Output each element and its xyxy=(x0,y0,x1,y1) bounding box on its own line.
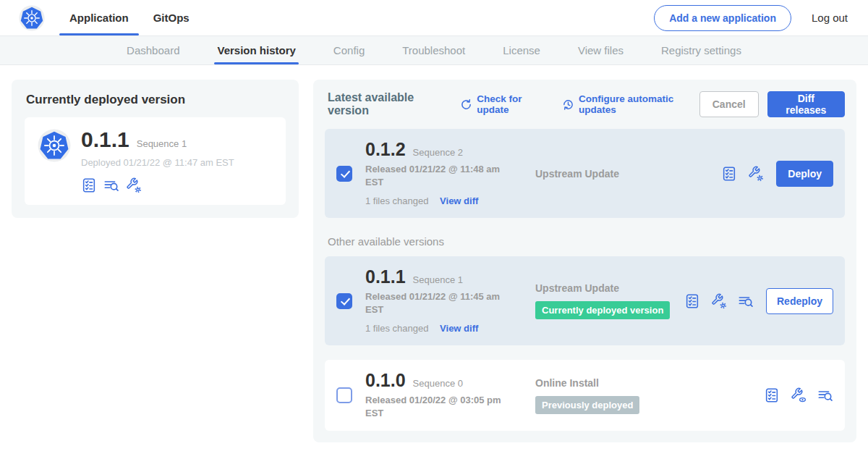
version-sequence: Sequence 0 xyxy=(413,378,463,389)
latest-available-title: Latest available version xyxy=(328,91,446,117)
preflight-checks-icon[interactable] xyxy=(81,177,97,193)
released-timestamp: Released 01/21/22 @ 11:45 am EST xyxy=(365,290,514,316)
subnav-tab-registry-settings[interactable]: Registry settings xyxy=(661,36,741,64)
view-logs-icon[interactable] xyxy=(817,387,833,403)
configure-automatic-updates-link[interactable]: Configure automatic updates xyxy=(562,93,699,115)
subnav-tab-troubleshoot[interactable]: Troubleshoot xyxy=(402,36,465,64)
deployed-panel-title: Currently deployed version xyxy=(26,93,286,107)
version-row-0-1-0: 0.1.0 Sequence 0 Released 01/20/22 @ 03:… xyxy=(325,360,845,431)
version-source: Upstream Update xyxy=(535,282,684,294)
refresh-icon xyxy=(460,98,472,111)
redeploy-button[interactable]: Redeploy xyxy=(766,288,833,314)
edit-config-icon[interactable] xyxy=(711,293,727,309)
version-row-0-1-2: 0.1.2 Sequence 2 Released 01/21/22 @ 11:… xyxy=(325,129,845,218)
version-number: 0.1.0 xyxy=(365,371,406,389)
deployed-version-number: 0.1.1 xyxy=(81,129,129,151)
main-content: Currently deployed version 0.1.1 Sequenc… xyxy=(0,65,868,457)
version-sequence: Sequence 2 xyxy=(413,147,463,158)
currently-deployed-panel: Currently deployed version 0.1.1 Sequenc… xyxy=(12,80,299,218)
preflight-checks-icon[interactable] xyxy=(764,387,780,403)
available-panel-header: Latest available version Check for updat… xyxy=(325,91,845,117)
edit-config-icon[interactable] xyxy=(748,166,764,182)
version-number: 0.1.1 xyxy=(365,268,406,286)
released-timestamp: Released 01/21/22 @ 11:48 am EST xyxy=(365,163,514,188)
diff-releases-button[interactable]: Diff releases xyxy=(767,91,845,117)
deployed-timestamp: Deployed 01/21/22 @ 11:47 am EST xyxy=(81,157,234,168)
version-number: 0.1.2 xyxy=(365,140,406,159)
preflight-checks-icon[interactable] xyxy=(684,293,700,309)
deployed-version-card: 0.1.1 Sequence 1 Deployed 01/21/22 @ 11:… xyxy=(25,117,286,205)
version-source: Online Install xyxy=(535,377,764,389)
topnav-tab-label: GitOps xyxy=(153,12,190,24)
view-diff-link[interactable]: View diff xyxy=(440,195,478,206)
configure-automatic-updates-label: Configure automatic updates xyxy=(579,93,699,115)
preflight-checks-icon[interactable] xyxy=(721,166,737,182)
subnav-tab-dashboard[interactable]: Dashboard xyxy=(127,36,179,64)
version-checkbox[interactable] xyxy=(336,293,352,309)
currently-deployed-badge: Currently deployed version xyxy=(535,301,670,319)
clock-refresh-icon xyxy=(562,98,574,111)
add-new-application-button[interactable]: Add a new application xyxy=(654,5,791,31)
available-versions-panel: Latest available version Check for updat… xyxy=(313,80,856,442)
subnav-tab-view-files[interactable]: View files xyxy=(578,36,624,64)
view-logs-icon[interactable] xyxy=(103,177,119,193)
app-subnav: Dashboard Version history Config Trouble… xyxy=(0,36,868,65)
files-changed-label: 1 files changed xyxy=(365,323,428,334)
check-for-update-label: Check for update xyxy=(477,93,548,115)
version-checkbox[interactable] xyxy=(336,166,352,182)
view-diff-link[interactable]: View diff xyxy=(440,323,478,334)
version-checkbox[interactable] xyxy=(336,387,352,403)
released-timestamp: Released 01/20/22 @ 03:05 pm EST xyxy=(365,394,514,419)
other-available-versions-label: Other available versions xyxy=(328,235,845,248)
files-changed-label: 1 files changed xyxy=(365,195,428,206)
subnav-tab-version-history[interactable]: Version history xyxy=(217,36,295,64)
top-navbar: Application GitOps Add a new application… xyxy=(0,0,868,36)
view-config-icon[interactable] xyxy=(791,387,807,403)
deployed-version-sequence: Sequence 1 xyxy=(137,138,187,149)
topnav-tab-gitops[interactable]: GitOps xyxy=(143,0,200,36)
version-row-0-1-1: 0.1.1 Sequence 1 Released 01/21/22 @ 11:… xyxy=(325,256,845,345)
subnav-tab-config[interactable]: Config xyxy=(333,36,365,64)
view-logs-icon[interactable] xyxy=(738,293,754,309)
logout-link[interactable]: Log out xyxy=(812,12,848,24)
topnav-tab-label: Application xyxy=(69,12,129,24)
check-for-update-link[interactable]: Check for update xyxy=(460,93,548,115)
cancel-button[interactable]: Cancel xyxy=(699,91,759,117)
previously-deployed-badge: Previously deployed xyxy=(535,396,639,414)
topnav-tab-application[interactable]: Application xyxy=(59,0,139,36)
version-sequence: Sequence 1 xyxy=(413,274,463,285)
version-source: Upstream Update xyxy=(535,168,721,180)
kubernetes-logo-icon xyxy=(19,5,45,31)
edit-config-icon[interactable] xyxy=(126,177,142,193)
deploy-button[interactable]: Deploy xyxy=(776,161,833,187)
kubernetes-app-icon xyxy=(38,129,71,162)
subnav-tab-license[interactable]: License xyxy=(503,36,540,64)
